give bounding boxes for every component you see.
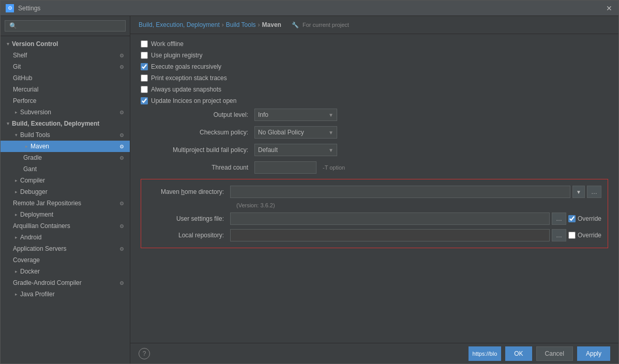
sidebar-item-application-servers[interactable]: Application Servers ⚙ — [1, 243, 130, 254]
sidebar-item-label: Deployment — [20, 211, 126, 218]
use-plugin-registry-checkbox[interactable] — [141, 52, 148, 59]
local-repo-browse-button[interactable]: … — [552, 229, 566, 241]
apply-button[interactable]: Apply — [577, 346, 610, 361]
sidebar-item-label: Git — [13, 63, 117, 70]
execute-goals-checkbox[interactable] — [141, 63, 148, 70]
maven-home-row: Maven home directory: D:/work/java/maven… — [147, 186, 601, 198]
sidebar-item-version-control[interactable]: ▾ Version Control — [1, 38, 130, 50]
settings-icon: ⚙ — [6, 4, 14, 12]
settings-icon-small: ⚙ — [117, 51, 126, 59]
output-level-label: Output level: — [141, 111, 254, 118]
cancel-button[interactable]: Cancel — [536, 346, 573, 361]
settings-icon-small: ⚙ — [117, 63, 126, 71]
sidebar-item-label: Version Control — [12, 40, 126, 48]
sidebar-item-coverage[interactable]: Coverage — [1, 254, 130, 266]
checkbox-print-exceptions: Print exception stack traces — [141, 74, 608, 82]
output-level-select[interactable]: Info ▼ — [254, 109, 337, 121]
update-indices-label: Update Incices on project open — [151, 97, 236, 104]
thread-count-label: Thread count — [141, 164, 254, 171]
sidebar-item-deployment[interactable]: ▸ Deployment — [1, 209, 130, 220]
close-button[interactable]: ✕ — [605, 4, 613, 12]
print-exceptions-checkbox[interactable] — [141, 74, 148, 82]
local-repo-override: Override — [568, 232, 601, 239]
local-repo-input-container: D:\work\java\maven\localRepository … Ove… — [230, 229, 601, 241]
settings-icon-small: ⚙ — [117, 108, 126, 116]
breadcrumb-part1[interactable]: Build, Execution, Deployment — [139, 21, 220, 28]
checksum-policy-row: Checksum policy: No Global Policy ▼ — [141, 126, 608, 139]
t-option-label: -T option — [323, 164, 345, 171]
breadcrumb-part2[interactable]: Build Tools — [226, 21, 256, 28]
main-panel: Build, Execution, Deployment › Build Too… — [130, 16, 618, 363]
sidebar-item-shelf[interactable]: Shelf ⚙ — [1, 50, 130, 61]
settings-icon-small: ⚙ — [117, 142, 126, 150]
sidebar-item-remote-jar[interactable]: Remote Jar Repositories ⚙ — [1, 198, 130, 209]
local-repo-override-checkbox[interactable] — [568, 232, 576, 239]
sidebar-item-label: Java Profiler — [20, 291, 126, 298]
settings-icon-small: ⚙ — [117, 279, 126, 287]
search-input[interactable] — [5, 20, 126, 32]
sidebar-item-gradle-android[interactable]: Gradle-Android Compiler ⚙ — [1, 277, 130, 289]
output-level-control: Info ▼ — [254, 109, 608, 121]
window-title: Settings — [18, 5, 40, 12]
settings-icon-small: ⚙ — [117, 154, 126, 162]
sidebar-item-java-profiler[interactable]: ▸ Java Profiler — [1, 289, 130, 300]
sidebar-item-label: Perforce — [13, 97, 126, 104]
user-settings-input-container: D:\work\java\maven\apache-maven-3.6.2\co… — [230, 213, 601, 225]
sidebar-item-subversion[interactable]: ▸ Subversion ⚙ — [1, 107, 130, 118]
update-indices-checkbox[interactable] — [141, 97, 148, 104]
sidebar-item-gradle[interactable]: Gradle ⚙ — [1, 152, 130, 163]
sidebar-item-git[interactable]: Git ⚙ — [1, 61, 130, 72]
work-offline-checkbox[interactable] — [141, 40, 148, 48]
use-plugin-registry-label: Use plugin registry — [151, 52, 202, 59]
checkbox-always-update: Always update snapshots — [141, 86, 608, 93]
sidebar-item-docker[interactable]: ▸ Docker — [1, 266, 130, 277]
maven-home-input[interactable]: D:/work/java/maven/apache-maven-3.6.2 — [230, 186, 570, 198]
sidebar-item-label: Docker — [20, 268, 126, 275]
help-button[interactable]: ? — [139, 348, 150, 359]
sidebar-item-arquillian[interactable]: Arquillian Containers ⚙ — [1, 220, 130, 232]
expand-icon: ▸ — [13, 234, 19, 240]
sidebar-item-build-tools[interactable]: ▾ Build Tools ⚙ — [1, 129, 130, 141]
sidebar-item-compiler[interactable]: ▸ Compiler — [1, 175, 130, 186]
sidebar-item-label: Gant — [23, 165, 126, 173]
checksum-policy-value: No Global Policy — [258, 129, 304, 136]
maven-home-section: Maven home directory: D:/work/java/maven… — [141, 179, 608, 248]
title-bar-left: ⚙ Settings — [6, 4, 40, 12]
sidebar-item-github[interactable]: GitHub — [1, 72, 130, 84]
always-update-checkbox[interactable] — [141, 86, 148, 93]
sidebar-item-label: Build Tools — [20, 131, 117, 139]
user-settings-text: User settings file: — [176, 215, 224, 222]
execute-goals-label: Execute goals recursively — [151, 63, 221, 70]
multiproject-policy-select[interactable]: Default ▼ — [254, 144, 337, 156]
settings-window: ⚙ Settings ✕ ▾ Version Control Shelf ⚙ — [0, 0, 619, 364]
user-settings-row: User settings file: D:\work\java\maven\a… — [147, 213, 601, 225]
expand-icon: ▾ — [5, 120, 11, 127]
local-repo-input[interactable]: D:\work\java\maven\localRepository — [230, 229, 550, 241]
local-repo-label: Local repository: — [147, 232, 230, 239]
sidebar-item-gant[interactable]: Gant — [1, 163, 130, 175]
sidebar-item-perforce[interactable]: Perforce — [1, 95, 130, 107]
dropdown-arrow-icon: ▼ — [328, 112, 334, 118]
work-offline-label: Work offline — [151, 40, 184, 48]
maven-home-browse-button[interactable]: … — [587, 186, 601, 198]
main-content: ▾ Version Control Shelf ⚙ Git ⚙ GitHub M… — [1, 16, 618, 363]
sidebar-item-maven[interactable]: ▸ Maven ⚙ — [1, 141, 130, 152]
always-update-label: Always update snapshots — [151, 86, 221, 93]
user-settings-override-checkbox[interactable] — [568, 215, 576, 222]
ok-button[interactable]: OK — [505, 346, 532, 361]
expand-icon: ▸ — [13, 177, 19, 184]
thread-count-input[interactable] — [254, 161, 316, 174]
sidebar-item-label: Shelf — [13, 52, 117, 59]
sidebar-item-label: Subversion — [20, 109, 117, 116]
sidebar-item-label: GitHub — [13, 74, 126, 82]
maven-home-dropdown-button[interactable]: ▼ — [572, 186, 585, 198]
user-settings-label: User settings file: — [147, 215, 230, 222]
sidebar-item-build-execution[interactable]: ▾ Build, Execution, Deployment — [1, 118, 130, 129]
sidebar-item-mercurial[interactable]: Mercurial — [1, 84, 130, 95]
user-settings-input[interactable]: D:\work\java\maven\apache-maven-3.6.2\co… — [230, 213, 550, 225]
checkbox-execute-goals: Execute goals recursively — [141, 63, 608, 70]
sidebar-item-debugger[interactable]: ▸ Debugger — [1, 186, 130, 198]
checksum-policy-select[interactable]: No Global Policy ▼ — [254, 126, 337, 139]
user-settings-browse-button[interactable]: … — [552, 213, 566, 225]
sidebar-item-android[interactable]: ▸ Android — [1, 232, 130, 243]
